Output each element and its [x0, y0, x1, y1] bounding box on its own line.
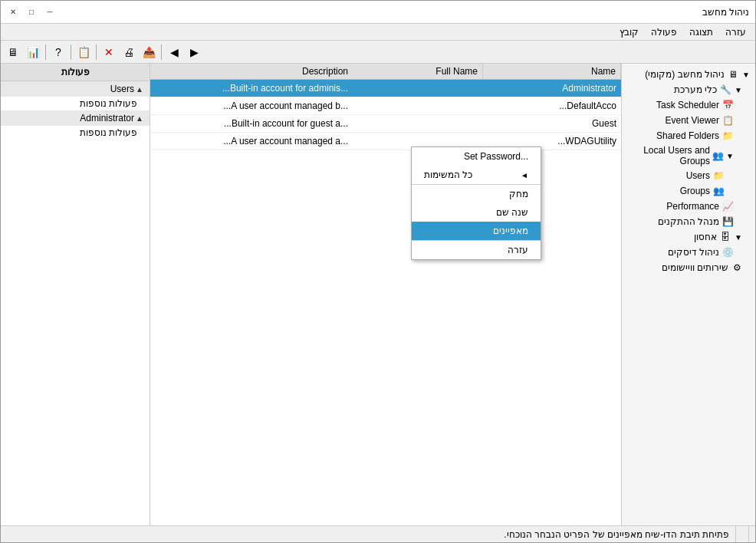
tree-users-header[interactable]: ▲ Users: [1, 81, 150, 97]
right-tree-users-node[interactable]: 📁 Users: [622, 168, 755, 183]
toolbar-clipboard-btn[interactable]: 📋: [74, 43, 93, 61]
menu-item-help[interactable]: עזרה: [719, 25, 752, 39]
status-right-text: פתיחת תיבת הדו-שיח מאפיינים של הפריט הנב…: [504, 529, 729, 540]
right-tree-root-node[interactable]: ▼ 🖥 ניהול מחשב (מקומי): [622, 67, 755, 82]
col-fullname[interactable]: Full Name: [353, 64, 483, 79]
ctx-all-tasks-label: כל המשימות: [424, 169, 472, 180]
right-tree-localusers-node[interactable]: ▼ 👥 Local Users and Groups: [622, 143, 755, 168]
users-actions-label: פעולות נוספות: [5, 98, 137, 109]
toolbar-forward-btn[interactable]: ▶: [185, 43, 203, 61]
ctx-help[interactable]: עזרה: [412, 240, 541, 259]
table-row[interactable]: Administrator ...Built-in account for ad…: [150, 80, 621, 97]
sharedfolders-label: Shared Folders: [656, 130, 719, 141]
right-tree-eventviewer-node[interactable]: 📋 Event Viewer: [622, 113, 755, 128]
diskmgmt-icon: 💿: [721, 246, 734, 258]
cell-desc: ...Built-in account for adminis...: [150, 81, 353, 95]
root-expand-icon: ▼: [741, 70, 751, 79]
tools-label: כלי מערכת: [674, 84, 717, 95]
right-tree-storage-node[interactable]: ▼ 🗄 אחסון: [622, 229, 755, 245]
table-row[interactable]: DefaultAcco... ...A user account managed…: [150, 97, 621, 115]
context-menu: ...Set Password ◄ כל המשימות מחק שנה שם …: [411, 146, 541, 260]
services-icon: ⚙: [731, 262, 743, 274]
localusers-icon: 👥: [712, 150, 724, 162]
ctx-properties-label: מאפיינים: [493, 225, 528, 236]
toolbar-export-btn[interactable]: 📤: [140, 43, 158, 61]
performance-icon: 📈: [721, 200, 734, 212]
col-description[interactable]: Description: [150, 64, 353, 79]
menu-item-view[interactable]: תצוגה: [683, 25, 719, 39]
tree-admin-header[interactable]: ▲ Administrator: [1, 110, 150, 126]
title-bar: ✕ □ ─ ניהול מחשב: [1, 1, 755, 24]
left-panel: פעולות ▲ Users פעולות נוספות ▲ Administr…: [1, 64, 150, 525]
right-tree-services-node[interactable]: ⚙ שירותים וויישומים: [622, 260, 755, 275]
root-label: ניהול מחשב (מקומי): [645, 69, 725, 80]
toolbar-sep-4: [161, 44, 162, 60]
tree-admin-actions[interactable]: פעולות נוספות: [1, 126, 150, 140]
toolbar-help-btn[interactable]: ?: [49, 43, 67, 61]
status-bar: פתיחת תיבת הדו-שיח מאפיינים של הפריט הנב…: [1, 525, 755, 542]
ctx-properties[interactable]: מאפיינים: [412, 222, 541, 240]
main-window: ✕ □ ─ ניהול מחשב עזרה תצוגה פעולה קובץ 🖥…: [0, 0, 756, 543]
groups-icon: 👥: [712, 185, 725, 197]
status-left: [736, 526, 749, 542]
localusers-label: Local Users and Groups: [626, 145, 710, 166]
minimize-button[interactable]: ─: [44, 6, 56, 18]
toolbar-print-btn[interactable]: 🖨: [120, 43, 138, 61]
eventviewer-icon: 📋: [721, 114, 734, 127]
cell-fullname: [353, 81, 483, 95]
users-icon: 📁: [712, 169, 725, 182]
ctx-help-label: עזרה: [508, 245, 528, 255]
performance-label: Performance: [666, 201, 719, 212]
center-panel: Name Full Name Description Administrator…: [150, 64, 621, 525]
cell-fullname: [353, 99, 483, 113]
tools-expand-icon: ▼: [734, 85, 743, 94]
ctx-sub-arrow-icon: ◄: [521, 171, 528, 179]
tree-users-actions[interactable]: פעולות נוספות: [1, 97, 150, 110]
table-row[interactable]: Guest ...Built-in account for guest a...: [150, 115, 621, 133]
toolbar-sep-1: [45, 44, 46, 60]
ctx-rename[interactable]: שנה שם: [412, 203, 541, 222]
right-tree-tools-node[interactable]: ▼ 🔧 כלי מערכת: [622, 82, 755, 97]
scheduler-label: Task Scheduler: [656, 100, 719, 110]
scheduler-icon: 📅: [721, 99, 734, 111]
ctx-set-password[interactable]: ...Set Password: [412, 147, 541, 166]
right-tree-scheduler-node[interactable]: 📅 Task Scheduler: [622, 97, 755, 113]
toolbar-sep-3: [96, 44, 97, 60]
left-panel-header: פעולות: [1, 64, 150, 81]
localusers-expand-icon: ▼: [726, 151, 734, 160]
cell-name: DefaultAcco...: [483, 99, 621, 113]
maximize-button[interactable]: □: [25, 6, 38, 18]
table-row[interactable]: WDAGUtility... ...A user account managed…: [150, 133, 621, 150]
admin-expand-icon: ▲: [134, 113, 145, 123]
toolbar: 🖥 📊 ? 📋 ✕ 🖨 📤 ◀ ▶: [1, 41, 755, 64]
right-tree-sharedfolders-node[interactable]: 📁 Shared Folders: [622, 128, 755, 143]
ctx-all-tasks[interactable]: ◄ כל המשימות: [412, 166, 541, 184]
ctx-delete[interactable]: מחק: [412, 184, 541, 203]
cell-fullname: [353, 117, 483, 130]
window-title: ניהול מחשב: [702, 7, 749, 18]
main-area: פעולות ▲ Users פעולות נוספות ▲ Administr…: [1, 64, 755, 525]
menu-item-file[interactable]: קובץ: [613, 25, 645, 39]
cell-desc: ...Built-in account for guest a...: [150, 117, 353, 130]
toolbar-chart-btn[interactable]: 📊: [24, 43, 42, 61]
users-node-label: Users: [686, 170, 710, 181]
tools-icon: 🔧: [719, 84, 731, 96]
right-tree-devicemgr-node[interactable]: 💾 מנהל ההתקנים: [622, 214, 755, 229]
users-list: Administrator ...Built-in account for ad…: [150, 80, 621, 525]
users-label: Users: [5, 84, 134, 94]
right-tree-diskmgmt-node[interactable]: 💿 ניהול דיסקים: [622, 245, 755, 260]
close-button[interactable]: ✕: [7, 6, 19, 18]
toolbar-back-btn[interactable]: ◀: [165, 43, 183, 61]
col-name[interactable]: Name: [483, 64, 621, 79]
ctx-delete-label: מחק: [509, 189, 528, 199]
right-tree: ▼ 🖥 ניהול מחשב (מקומי) ▼ 🔧 כלי מערכת 📅 T…: [622, 64, 755, 278]
toolbar-monitor-btn[interactable]: 🖥: [4, 43, 22, 61]
storage-icon: 🗄: [719, 231, 731, 243]
right-panel: ▼ 🖥 ניהול מחשב (מקומי) ▼ 🔧 כלי מערכת 📅 T…: [621, 64, 755, 525]
toolbar-delete-btn[interactable]: ✕: [100, 43, 118, 61]
right-tree-performance-node[interactable]: 📈 Performance: [622, 199, 755, 214]
cell-desc: ...A user account managed a...: [150, 134, 353, 148]
menu-item-action[interactable]: פעולה: [645, 25, 683, 39]
right-tree-groups-node[interactable]: 👥 Groups: [622, 183, 755, 199]
ctx-set-password-label: ...Set Password: [464, 151, 528, 162]
